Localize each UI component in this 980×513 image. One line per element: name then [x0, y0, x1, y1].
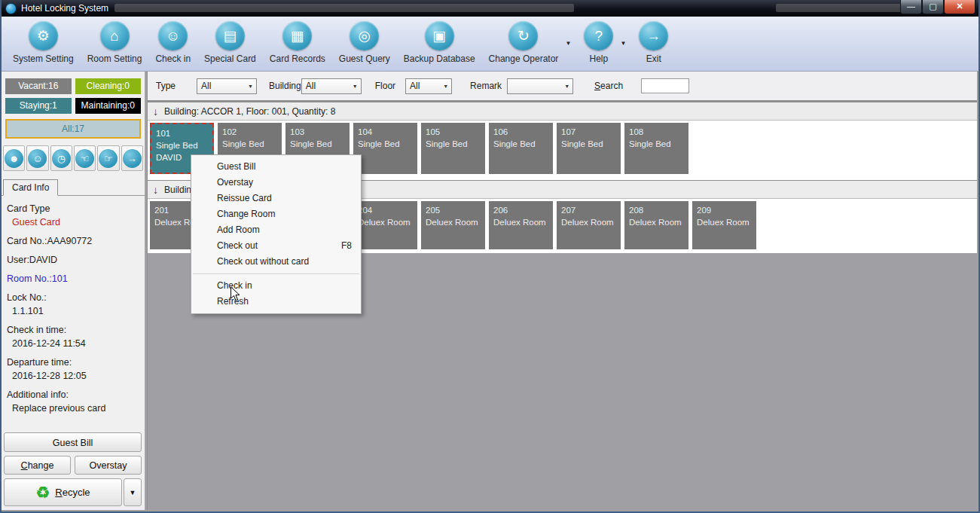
down-arrow-icon: ↓	[153, 105, 158, 118]
window-controls: — ▢ ✕	[900, 0, 975, 14]
section-header-1[interactable]: ↓Building: ACCOR 1, Floor: 001, Quantity…	[148, 102, 977, 121]
menu-item-label: Change Room	[217, 206, 352, 222]
menu-item-refresh[interactable]: Refresh	[191, 294, 361, 310]
menu-item-reissue-card[interactable]: Reissue Card	[191, 191, 361, 206]
menu-item-check-in[interactable]: Check in	[191, 278, 361, 294]
card-room-number: Room No.:101	[7, 273, 139, 284]
toolbar-button-label: Backup Database	[404, 53, 475, 64]
dropdown-arrow-icon[interactable]: ▼	[565, 40, 571, 47]
room-tile-106[interactable]: 106Single Bed	[489, 123, 553, 174]
room-tile-206[interactable]: 206Deluex Room	[489, 201, 553, 249]
status-badge-vacant[interactable]: Vacant:16	[5, 78, 72, 94]
room-tile-105[interactable]: 105Single Bed	[421, 123, 485, 174]
quick-button-alarm-clock[interactable]: ◷	[50, 145, 72, 171]
toolbar-button-system-setting[interactable]: ⚙System Setting	[6, 21, 81, 64]
database-icon: ▣	[425, 21, 454, 50]
status-badges: Vacant:16Cleaning:0Staying:1Maintaining:…	[2, 72, 145, 114]
status-badge-cleaning[interactable]: Cleaning:0	[75, 78, 142, 94]
toolbar-button-check-in[interactable]: ☺Check in	[148, 21, 197, 64]
toolbar-button-label: Exit	[646, 53, 661, 64]
room-type: Deluex Room	[561, 216, 616, 228]
room-number: 105	[426, 126, 481, 138]
room-tile-208[interactable]: 208Deluex Room	[624, 201, 688, 249]
floor-label: Floor	[375, 81, 395, 91]
type-label: Type	[156, 81, 176, 91]
close-button[interactable]: ✕	[944, 0, 975, 14]
menu-item-add-room[interactable]: Add Room	[191, 222, 361, 238]
overstay-button[interactable]: Overstay	[75, 456, 142, 475]
toolbar-button-card-records[interactable]: ▦Card Records	[263, 21, 332, 64]
room-tile-104[interactable]: 104Single Bed	[353, 123, 417, 174]
room-type: Single Bed	[290, 138, 345, 150]
room-tile-207[interactable]: 207Deluex Room	[557, 201, 621, 249]
lock-number-value: 1.1.101	[7, 306, 139, 316]
minimize-button[interactable]: —	[900, 0, 922, 14]
room-number: 106	[493, 126, 548, 138]
room-tile-205[interactable]: 205Deluex Room	[421, 201, 485, 249]
room-type: Deluex Room	[493, 216, 548, 228]
app-icon	[5, 3, 17, 14]
toolbar-button-label: Room Setting	[87, 53, 142, 64]
menu-item-guest-bill[interactable]: Guest Bill	[191, 159, 361, 175]
question-icon: ?	[584, 21, 613, 50]
room-number: 108	[629, 126, 684, 138]
menu-item-check-out-without-card[interactable]: Check out without card	[191, 254, 361, 270]
quick-button-arrow-right[interactable]: →	[121, 145, 143, 171]
status-badge-all[interactable]: All:17	[5, 119, 141, 139]
menu-item-change-room[interactable]: Change Room	[191, 206, 361, 222]
quick-button-hand-left[interactable]: ☜	[74, 145, 96, 171]
tab-card-info[interactable]: Card Info	[3, 179, 58, 196]
toolbar-button-special-card[interactable]: ▤Special Card	[197, 21, 263, 64]
building-label: Building	[269, 81, 301, 91]
change-room-hotkey: C	[21, 460, 28, 471]
menu-item-overstay[interactable]: Overstay	[191, 175, 361, 191]
toolbar-button-help[interactable]: ?Help▼	[577, 21, 620, 64]
document-gear-icon: ▦	[282, 21, 312, 50]
quick-button-user[interactable]: ☻	[3, 145, 25, 171]
status-badge-maintaining[interactable]: Maintaining:0	[75, 98, 142, 114]
type-select[interactable]: All	[197, 78, 257, 94]
remark-select[interactable]	[507, 78, 573, 94]
room-tile-108[interactable]: 108Single Bed	[624, 123, 688, 174]
floor-select[interactable]: All	[405, 78, 452, 94]
down-arrow-icon: ↓	[153, 184, 158, 196]
sidebar-actions: Guest Bill Change Room Overstay ♻ Recycl…	[4, 432, 142, 506]
room-context-menu: Guest BillOverstayReissue CardChange Roo…	[191, 154, 362, 314]
search-input[interactable]	[641, 78, 689, 93]
room-number: 102	[222, 126, 277, 138]
room-type: Single Bed	[156, 139, 208, 151]
search-label: Search	[594, 81, 623, 91]
room-tile-209[interactable]: 209Deluex Room	[692, 201, 756, 249]
hand-right-icon: ☞	[99, 149, 118, 168]
card-type-label: Card Type	[7, 203, 139, 214]
sidebar: Vacant:16Cleaning:0Staying:1Maintaining:…	[2, 72, 145, 510]
document-search-icon: ◎	[350, 21, 379, 50]
menu-item-label: Add Room	[217, 222, 352, 238]
additional-info-label: Additional info:	[7, 389, 139, 400]
redacted-text	[114, 4, 574, 12]
building-select[interactable]: All	[301, 78, 362, 94]
status-badge-staying[interactable]: Staying:1	[5, 98, 72, 114]
card-type-value: Guest Card	[7, 217, 139, 227]
change-room-button[interactable]: Change Room	[4, 456, 71, 475]
room-tile-204[interactable]: 204Deluex Room	[353, 201, 417, 249]
recycle-dropdown-button[interactable]: ▼	[124, 478, 142, 506]
toolbar-button-label: Guest Query	[339, 53, 390, 64]
menu-item-label: Guest Bill	[217, 159, 352, 175]
checkin-time-label: Check in time:	[7, 325, 139, 335]
maximize-button[interactable]: ▢	[922, 0, 944, 14]
quick-button-hand-right[interactable]: ☞	[97, 145, 119, 171]
toolbar-button-room-setting[interactable]: ⌂Room Setting	[81, 21, 149, 64]
toolbar-button-guest-query[interactable]: ◎Guest Query	[332, 21, 397, 64]
toolbar-button-exit[interactable]: →Exit	[632, 21, 675, 64]
menu-item-label: Reissue Card	[217, 191, 352, 206]
guest-bill-button[interactable]: Guest Bill	[4, 432, 142, 452]
quick-button-users[interactable]: ☺	[26, 145, 48, 171]
toolbar-button-backup-database[interactable]: ▣Backup Database	[397, 21, 482, 64]
toolbar-button-label: Change Operator	[489, 53, 559, 64]
menu-item-check-out[interactable]: Check outF8	[191, 238, 361, 254]
dropdown-arrow-icon[interactable]: ▼	[620, 40, 626, 47]
room-tile-107[interactable]: 107Single Bed	[557, 123, 621, 174]
recycle-button[interactable]: ♻ Recycle	[4, 478, 122, 506]
toolbar-button-change-operator[interactable]: ↻Change Operator▼	[482, 21, 566, 64]
